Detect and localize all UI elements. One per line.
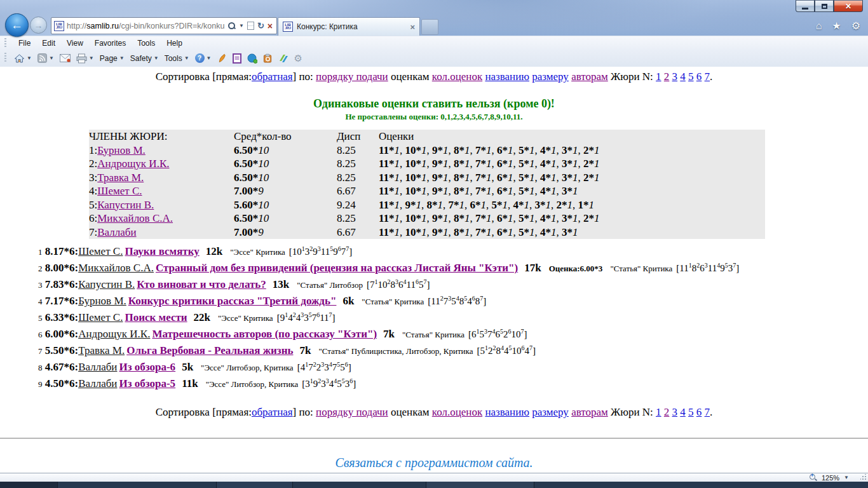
entry-title-link[interactable]: Поиск мести — [125, 311, 187, 323]
menu-item-edit[interactable]: Edit — [36, 37, 61, 49]
entry-size: 7k — [383, 328, 395, 340]
entry-title-link[interactable]: Конкурс критики рассказ "Третий дождь" — [128, 295, 337, 307]
addon-messenger-button[interactable] — [247, 53, 257, 64]
entry-title-link[interactable]: Пауки всмятку — [125, 245, 199, 257]
safety-menu-button[interactable]: Safety▼ — [130, 54, 159, 63]
tools-menu-button[interactable]: Tools▼ — [165, 54, 189, 63]
zoom-dropdown-icon[interactable]: ▼ — [844, 475, 849, 480]
sort-reverse-link[interactable]: обратная — [252, 406, 293, 418]
sort-jury-link-7[interactable]: 7 — [705, 71, 710, 83]
refresh-icon[interactable]: ↻ — [257, 21, 264, 30]
sort-link-by-size[interactable]: размеру — [532, 71, 569, 83]
sort-link-by-title[interactable]: названию — [485, 71, 529, 83]
close-button[interactable]: ✕ — [834, 0, 863, 12]
entry-title-link[interactable]: Из обзора-6 — [119, 361, 175, 373]
addon-research-button[interactable] — [263, 53, 273, 64]
sort-link-by-authors[interactable]: авторам — [571, 71, 608, 83]
entry-author-link[interactable]: Травка М. — [78, 344, 125, 356]
entry-author-link[interactable]: Шемет С. — [78, 311, 123, 323]
menu-item-tools[interactable]: Tools — [132, 37, 161, 49]
addon-document-button[interactable] — [233, 53, 241, 64]
sort-link-score-count[interactable]: кол.оценок — [432, 71, 482, 83]
home-icon[interactable]: ⌂ — [816, 20, 822, 32]
entry-author-link[interactable]: Капустин В. — [78, 278, 135, 290]
print-button[interactable]: ▼ — [76, 53, 94, 64]
menu-item-view[interactable]: View — [61, 37, 89, 49]
sort-jury-link-5[interactable]: 5 — [688, 406, 694, 418]
entry-title-link[interactable]: Ольга Вербовая - Реальная жизнь — [126, 344, 293, 356]
jury-member-link-5[interactable]: Капустин В. — [97, 199, 154, 211]
sort-jury-link-6[interactable]: 6 — [696, 406, 702, 418]
contact-programmer-link[interactable]: Связаться с программистом сайта. — [335, 456, 532, 470]
tab-konkurs-kritika[interactable]: LIB.RU Конкурс: Критика × — [278, 17, 420, 36]
search-icon[interactable] — [227, 22, 236, 30]
sort-jury-link-7[interactable]: 7 — [705, 406, 710, 418]
addon-pen-button[interactable] — [217, 53, 227, 64]
sort-link-by-title[interactable]: названию — [485, 406, 529, 418]
new-tab-button[interactable] — [421, 19, 438, 35]
menu-item-help[interactable]: Help — [161, 37, 188, 49]
help-button[interactable]: ?▼ — [195, 53, 212, 63]
rss-feed-button[interactable]: ▼ — [37, 53, 54, 63]
sort-jury-link-3[interactable]: 3 — [672, 71, 678, 83]
sort-jury-link-5[interactable]: 5 — [688, 71, 694, 83]
menu-item-file[interactable]: File — [13, 37, 36, 49]
jury-member-link-4[interactable]: Шемет С. — [97, 185, 142, 197]
entry-title-link[interactable]: Кто виноват и что делать? — [137, 278, 266, 290]
maximize-button[interactable] — [815, 0, 834, 12]
url-text[interactable]: http://samlib.ru/cgi-bin/konkurs?DIR=k/k… — [67, 22, 225, 30]
zoom-magnifier-icon[interactable] — [810, 474, 817, 482]
rss-dropdown-icon[interactable]: ▼ — [49, 55, 54, 61]
entry-title-link[interactable]: Странный дом без привидений (рецензия на… — [156, 262, 518, 274]
zoom-level[interactable]: 125% — [822, 474, 839, 482]
sort-link-by-size[interactable]: размеру — [532, 406, 569, 418]
entry-author-link[interactable]: Шемет С. — [78, 245, 123, 257]
settings-gear-icon[interactable]: ⚙ — [851, 20, 860, 32]
menu-bar-grip[interactable] — [4, 38, 6, 48]
print-dropdown-icon[interactable]: ▼ — [89, 55, 94, 61]
stop-icon[interactable]: × — [268, 22, 273, 30]
page-menu-button[interactable]: Page▼ — [100, 54, 125, 63]
favorites-star-icon[interactable]: ★ — [832, 20, 841, 32]
jury-member-link-3[interactable]: Травка М. — [97, 172, 144, 184]
sort-link-by-authors[interactable]: авторам — [571, 406, 608, 418]
entry-author-link[interactable]: Бурнов М. — [78, 295, 126, 307]
sort-reverse-link[interactable]: обратная — [252, 71, 293, 83]
sort-jury-link-1[interactable]: 1 — [656, 71, 661, 83]
forward-button[interactable]: → — [30, 17, 47, 34]
jury-member-link-7[interactable]: Валлаби — [97, 226, 136, 238]
search-dropdown-icon[interactable]: ▼ — [239, 23, 244, 29]
sort-jury-link-6[interactable]: 6 — [696, 71, 702, 83]
entry-title-link[interactable]: Матрешечность авторов (по рассказу "Кэти… — [152, 328, 377, 340]
jury-member-link-1[interactable]: Бурнов М. — [97, 144, 146, 156]
sort-jury-link-3[interactable]: 3 — [672, 406, 678, 418]
sort-jury-link-4[interactable]: 4 — [680, 71, 686, 83]
entry-author-link[interactable]: Андрощук И.К. — [78, 328, 150, 340]
sort-link-score-count[interactable]: кол.оценок — [432, 406, 482, 418]
back-button[interactable]: ← — [5, 13, 29, 37]
addon-translate-button[interactable] — [278, 53, 288, 64]
address-bar[interactable]: LIB.RU http://samlib.ru/cgi-bin/konkurs?… — [51, 17, 277, 34]
command-gear-button[interactable]: ⚙ — [294, 53, 302, 63]
home-dropdown-icon[interactable]: ▼ — [27, 55, 32, 61]
entry-author-link[interactable]: Валлаби — [78, 377, 117, 390]
entry-title-link[interactable]: Из обзора-5 — [119, 377, 175, 390]
home-command-button[interactable]: ▼ — [14, 53, 32, 64]
compatibility-view-icon[interactable] — [247, 22, 254, 30]
jury-member-link-6[interactable]: Микхайлов С.А. — [97, 212, 173, 224]
sort-link-submission-order[interactable]: порядку подачи — [316, 406, 388, 418]
minimize-button[interactable] — [796, 0, 815, 12]
entry-author-link[interactable]: Валлаби — [78, 361, 117, 373]
sort-link-submission-order[interactable]: порядку подачи — [316, 71, 388, 83]
sort-jury-link-2[interactable]: 2 — [664, 71, 670, 83]
menu-item-favorites[interactable]: Favorites — [89, 37, 132, 49]
resize-grip[interactable] — [860, 474, 867, 480]
jury-member-link-2[interactable]: Андрощук И.К. — [97, 158, 169, 170]
command-bar-grip[interactable] — [4, 53, 6, 63]
sort-jury-link-2[interactable]: 2 — [664, 406, 670, 418]
sort-jury-link-4[interactable]: 4 — [680, 406, 686, 418]
entry-author-link[interactable]: Микхайлов С.А. — [78, 262, 154, 274]
tab-close-icon[interactable]: × — [410, 22, 415, 32]
sort-jury-link-1[interactable]: 1 — [656, 406, 661, 418]
read-mail-button[interactable] — [60, 54, 71, 62]
